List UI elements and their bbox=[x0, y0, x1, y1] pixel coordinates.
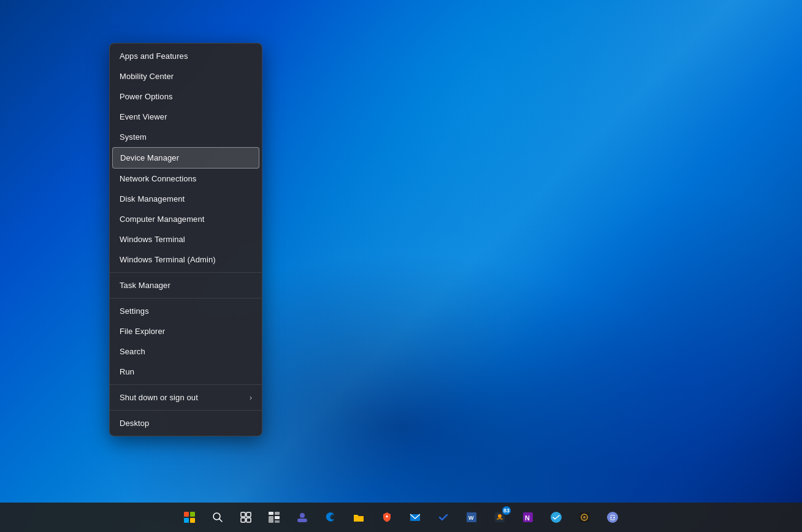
svg-point-24 bbox=[583, 516, 586, 519]
menu-item-task-manager[interactable]: Task Manager bbox=[110, 275, 262, 295]
menu-item-system[interactable]: System bbox=[110, 127, 262, 147]
davinci-icon bbox=[578, 511, 590, 523]
svg-point-21 bbox=[551, 512, 562, 523]
search-icon bbox=[212, 512, 223, 523]
menu-item-mobility-center[interactable]: Mobility Center bbox=[110, 66, 262, 86]
amazon-music-button[interactable]: 83 bbox=[486, 504, 513, 531]
menu-separator-2 bbox=[110, 298, 262, 298]
taskbar: W 83 N bbox=[0, 503, 802, 532]
discord-icon bbox=[606, 511, 619, 523]
folder-icon bbox=[353, 511, 365, 523]
discord-button[interactable] bbox=[599, 504, 626, 531]
menu-item-windows-terminal[interactable]: Windows Terminal bbox=[110, 229, 262, 249]
menu-separator-4 bbox=[110, 410, 262, 411]
teams-chat-button[interactable] bbox=[289, 504, 316, 531]
telegram-button[interactable] bbox=[543, 504, 570, 531]
menu-item-shut-down[interactable]: Shut down or sign out › bbox=[110, 387, 262, 408]
svg-rect-7 bbox=[275, 512, 280, 515]
svg-text:N: N bbox=[525, 514, 530, 522]
menu-item-apps-features[interactable]: Apps and Features bbox=[110, 46, 262, 66]
taskbar-search-button[interactable] bbox=[204, 504, 231, 531]
widgets-icon bbox=[268, 511, 280, 523]
teams-icon bbox=[296, 511, 308, 523]
todo-icon bbox=[437, 511, 449, 523]
menu-separator bbox=[110, 272, 262, 273]
menu-item-computer-management[interactable]: Computer Management bbox=[110, 209, 262, 229]
menu-item-power-options[interactable]: Power Options bbox=[110, 86, 262, 107]
menu-item-desktop[interactable]: Desktop bbox=[110, 413, 262, 433]
svg-rect-5 bbox=[246, 518, 251, 522]
menu-item-run[interactable]: Run bbox=[110, 362, 262, 382]
menu-item-disk-management[interactable]: Disk Management bbox=[110, 189, 262, 209]
svg-rect-2 bbox=[241, 512, 245, 517]
notification-badge: 83 bbox=[502, 506, 511, 515]
onenote-button[interactable]: N bbox=[514, 504, 541, 531]
edge-icon bbox=[324, 511, 337, 523]
svg-rect-3 bbox=[246, 512, 251, 517]
svg-point-27 bbox=[613, 517, 614, 518]
desktop: Apps and Features Mobility Center Power … bbox=[0, 0, 802, 532]
mail-button[interactable] bbox=[402, 504, 429, 531]
mail-icon bbox=[409, 511, 421, 523]
svg-point-25 bbox=[607, 512, 618, 523]
todo-button[interactable] bbox=[430, 504, 457, 531]
taskbar-icons: W 83 N bbox=[176, 504, 626, 531]
svg-rect-9 bbox=[275, 516, 280, 519]
menu-item-windows-terminal-admin[interactable]: Windows Terminal (Admin) bbox=[110, 249, 262, 270]
svg-rect-8 bbox=[269, 516, 273, 523]
menu-item-file-explorer[interactable]: File Explorer bbox=[110, 321, 262, 341]
menu-item-settings[interactable]: Settings bbox=[110, 301, 262, 321]
telegram-icon bbox=[550, 511, 562, 523]
svg-point-11 bbox=[300, 513, 305, 518]
davinci-button[interactable] bbox=[571, 504, 598, 531]
widgets-button[interactable] bbox=[261, 504, 288, 531]
context-menu: Apps and Features Mobility Center Power … bbox=[109, 43, 262, 436]
menu-item-event-viewer[interactable]: Event Viewer bbox=[110, 107, 262, 127]
svg-rect-12 bbox=[297, 519, 307, 522]
svg-rect-4 bbox=[241, 518, 245, 522]
menu-item-network-connections[interactable]: Network Connections bbox=[110, 169, 262, 189]
file-explorer-button[interactable] bbox=[345, 504, 372, 531]
onenote-icon: N bbox=[522, 511, 534, 523]
word-button[interactable]: W bbox=[458, 504, 485, 531]
svg-rect-6 bbox=[269, 512, 273, 515]
brave-button[interactable] bbox=[373, 504, 400, 531]
svg-point-26 bbox=[610, 517, 611, 518]
start-button[interactable] bbox=[176, 504, 203, 531]
svg-rect-10 bbox=[275, 520, 280, 523]
task-view-icon bbox=[240, 512, 251, 523]
menu-separator-3 bbox=[110, 384, 262, 385]
menu-item-device-manager[interactable]: Device Manager bbox=[112, 147, 259, 169]
brave-icon bbox=[381, 511, 393, 523]
edge-button[interactable] bbox=[317, 504, 344, 531]
menu-item-search[interactable]: Search bbox=[110, 341, 262, 362]
svg-line-1 bbox=[220, 519, 223, 522]
svg-point-18 bbox=[498, 514, 502, 518]
svg-text:W: W bbox=[468, 515, 474, 521]
chevron-right-icon: › bbox=[250, 393, 252, 402]
word-icon: W bbox=[465, 511, 478, 523]
windows-logo-icon bbox=[184, 512, 195, 523]
task-view-button[interactable] bbox=[232, 504, 259, 531]
